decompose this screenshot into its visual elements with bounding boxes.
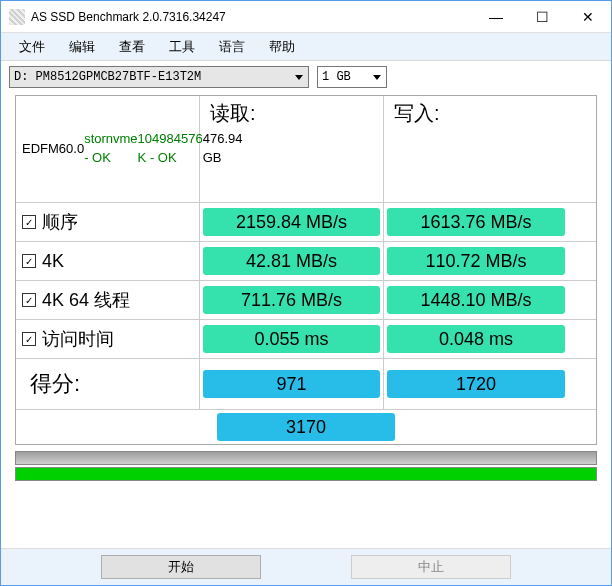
minimize-button[interactable]: — xyxy=(473,2,519,32)
results-grid: PM8512GPMCB27BTF EDFM60.0 stornvme - OK … xyxy=(15,95,597,445)
row-score: 得分: 971 1720 xyxy=(16,359,596,410)
score-write: 1720 xyxy=(387,370,565,398)
seq-label: 顺序 xyxy=(42,210,78,234)
size-select-value: 1 GB xyxy=(322,70,351,84)
header-read: 读取: xyxy=(200,96,384,202)
alignment-status: 104984576 K - OK xyxy=(138,130,203,168)
access-write: 0.048 ms xyxy=(387,325,565,353)
window-title: AS SSD Benchmark 2.0.7316.34247 xyxy=(31,10,473,24)
menu-help[interactable]: 帮助 xyxy=(257,35,307,59)
fourk64-write: 1448.10 MB/s xyxy=(387,286,565,314)
check-icon: ✓ xyxy=(25,217,33,228)
score-label: 得分: xyxy=(22,363,88,405)
row-access: ✓ 访问时间 0.055 ms 0.048 ms xyxy=(16,320,596,359)
fourk64-label: 4K 64 线程 xyxy=(42,288,130,312)
row-seq: ✓ 顺序 2159.84 MB/s 1613.76 MB/s xyxy=(16,203,596,242)
driver-status: stornvme - OK xyxy=(84,130,137,168)
app-window: AS SSD Benchmark 2.0.7316.34247 — ☐ ✕ 文件… xyxy=(0,0,612,586)
results-panel: PM8512GPMCB27BTF EDFM60.0 stornvme - OK … xyxy=(1,93,611,445)
score-read: 971 xyxy=(203,370,380,398)
fourk64-checkbox[interactable]: ✓ xyxy=(22,293,36,307)
drive-select[interactable]: D: PM8512GPMCB27BTF-E13T2M xyxy=(9,66,309,88)
menu-language[interactable]: 语言 xyxy=(207,35,257,59)
seq-write: 1613.76 MB/s xyxy=(387,208,565,236)
progress-bar-2 xyxy=(15,467,597,481)
close-button[interactable]: ✕ xyxy=(565,2,611,32)
access-checkbox[interactable]: ✓ xyxy=(22,332,36,346)
app-icon xyxy=(9,9,25,25)
access-label: 访问时间 xyxy=(42,327,114,351)
check-icon: ✓ xyxy=(25,334,33,345)
maximize-button[interactable]: ☐ xyxy=(519,2,565,32)
access-read: 0.055 ms xyxy=(203,325,380,353)
fourk64-read: 711.76 MB/s xyxy=(203,286,380,314)
menubar: 文件 编辑 查看 工具 语言 帮助 xyxy=(1,33,611,61)
fourk-label: 4K xyxy=(42,251,64,272)
score-total: 3170 xyxy=(217,413,395,441)
row-total: 3170 xyxy=(16,410,596,444)
bottom-bar: 开始 中止 xyxy=(1,548,611,585)
drive-info: PM8512GPMCB27BTF EDFM60.0 stornvme - OK … xyxy=(16,96,200,202)
menu-view[interactable]: 查看 xyxy=(107,35,157,59)
titlebar: AS SSD Benchmark 2.0.7316.34247 — ☐ ✕ xyxy=(1,1,611,33)
seq-read: 2159.84 MB/s xyxy=(203,208,380,236)
fourk-checkbox[interactable]: ✓ xyxy=(22,254,36,268)
menu-edit[interactable]: 编辑 xyxy=(57,35,107,59)
start-button[interactable]: 开始 xyxy=(101,555,261,579)
drive-select-value: D: PM8512GPMCB27BTF-E13T2M xyxy=(14,70,201,84)
header-write: 写入: xyxy=(384,96,568,202)
row-4k: ✓ 4K 42.81 MB/s 110.72 MB/s xyxy=(16,242,596,281)
menu-tools[interactable]: 工具 xyxy=(157,35,207,59)
fourk-write: 110.72 MB/s xyxy=(387,247,565,275)
check-icon: ✓ xyxy=(25,295,33,306)
seq-checkbox[interactable]: ✓ xyxy=(22,215,36,229)
progress-bar-1 xyxy=(15,451,597,465)
row-4k64: ✓ 4K 64 线程 711.76 MB/s 1448.10 MB/s xyxy=(16,281,596,320)
toolbar: D: PM8512GPMCB27BTF-E13T2M 1 GB xyxy=(1,61,611,93)
size-select[interactable]: 1 GB xyxy=(317,66,387,88)
firmware: EDFM60.0 xyxy=(22,140,84,159)
fourk-read: 42.81 MB/s xyxy=(203,247,380,275)
check-icon: ✓ xyxy=(25,256,33,267)
menu-file[interactable]: 文件 xyxy=(7,35,57,59)
abort-button: 中止 xyxy=(351,555,511,579)
